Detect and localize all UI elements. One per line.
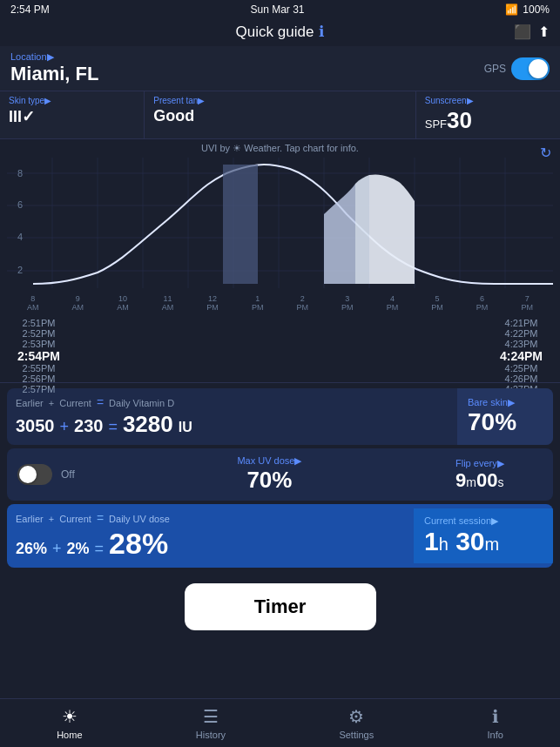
info-row: Skin type▶ III✓ Present tan▶ Good Sunscr… [0,91,560,139]
start-picker[interactable]: Start 2:51PM 2:52PM 2:53PM 2:54PM 2:55PM… [17,301,60,394]
info-tab-icon: ℹ [492,706,499,727]
svg-text:8: 8 [17,168,23,178]
vitamin-d-row1: Earlier + Current = Daily Vitamin D [16,395,449,409]
max-uv-label: Max UV dose▶ [92,455,447,467]
status-time: 2:54 PM [10,3,50,16]
svg-text:6: 6 [17,199,23,210]
uvd-earlier-label: Earlier [16,514,44,524]
flip-label: Flip every▶ [455,458,543,469]
vit-equals: = [97,395,104,409]
end-picker[interactable]: End 4:21PM 4:22PM 4:23PM 4:24PM 4:25PM 4… [500,301,543,394]
location-row: Location▶ Miami, FL GPS [0,46,560,91]
vit-current-label: Current [59,398,91,408]
uv-dose-row1: Earlier + Current = Daily UV dose [16,511,405,525]
vit-earlier-val: 3050 [16,416,55,436]
vit-total-val: 3280 [123,411,173,438]
flip-section[interactable]: Flip every▶ 9m00s [447,458,543,492]
bare-skin-val: 70% [468,408,516,436]
skin-type-cell[interactable]: Skin type▶ III✓ [0,91,145,138]
wifi-icon: 📶 [505,3,518,16]
session-val: 1h 30m [424,527,543,556]
max-uv-val: 70% [92,467,447,494]
location-info[interactable]: Location▶ Miami, FL [10,51,98,85]
vitamin-d-left: Earlier + Current = Daily Vitamin D 3050… [7,388,457,445]
header: Quick guide ℹ ⬛ ⬆ [0,19,560,46]
bare-skin-label: Bare skin▶ [468,397,515,408]
share-icon[interactable]: ⬆ [538,24,550,40]
svg-text:4: 4 [17,232,23,242]
session-label: Current session▶ [424,515,543,527]
tab-info[interactable]: ℹ Info [487,706,503,740]
uv-dose-row2: 26% + 2% = 28% [16,527,405,561]
vit-plus: + [49,398,54,408]
tab-settings[interactable]: ⚙ Settings [339,706,374,740]
uvd-current-val: 2% [67,540,90,558]
chart-label: UVI by ☀ Weather. Tap chart for info. [7,143,553,154]
vit-earlier-label: Earlier [16,398,44,408]
status-right: 📶 100% [505,3,550,16]
svg-rect-19 [223,165,258,284]
sunscreen-value: SPF30 [425,107,551,134]
tab-settings-label: Settings [339,730,374,740]
status-date: Sun Mar 31 [250,3,304,16]
tab-bar: ☀ Home ☰ History ⚙ Settings ℹ Info [0,698,560,747]
uv-dose-section: Earlier + Current = Daily UV dose 26% + … [7,504,553,568]
uvd-current-label: Current [59,514,91,524]
x-axis: 8AM 9AM 10AM 11AM 12PM 1PM 2PM 3PM 4PM 5… [7,294,553,312]
tab-home[interactable]: ☀ Home [57,706,82,740]
uv-dose-left: Earlier + Current = Daily UV dose 26% + … [7,504,414,568]
gps-label: GPS [484,63,506,75]
uvd-earlier-val: 26% [16,540,47,558]
vit-daily-label: Daily Vitamin D [109,398,174,408]
tab-info-label: Info [487,730,503,740]
vit-unit: IU [179,420,192,435]
location-label: Location▶ [10,51,98,63]
vitamin-d-section: Earlier + Current = Daily Vitamin D 3050… [7,388,553,445]
current-session-section[interactable]: Current session▶ 1h 30m [414,508,553,563]
gps-toggle-switch[interactable] [511,57,550,80]
settings-icon: ⚙ [348,706,364,727]
skin-type-value: III✓ [9,107,135,126]
header-icons: ⬛ ⬆ [514,24,550,40]
gps-toggle-group: GPS [484,57,550,80]
airplay-icon[interactable]: ⬛ [514,24,531,40]
header-title: Quick guide [236,24,314,41]
present-tan-cell[interactable]: Present tan▶ Good [145,91,416,138]
vit-current-val: 230 [74,416,103,436]
present-tan-label: Present tan▶ [153,96,407,105]
refresh-icon[interactable]: ↻ [540,145,551,161]
status-bar: 2:54 PM Sun Mar 31 📶 100% [0,0,560,19]
uvd-total-val: 28% [109,527,168,561]
max-uv-toggle[interactable] [17,464,52,485]
scroll-picker[interactable]: Start 2:51PM 2:52PM 2:53PM 2:54PM 2:55PM… [0,313,560,383]
sunscreen-cell[interactable]: Sunscreen▶ SPF30 [416,91,560,138]
battery-label: 100% [523,3,550,16]
flip-val: 9m00s [455,469,543,492]
uvd-daily-label: Daily UV dose [109,514,170,524]
end-times[interactable]: 4:21PM 4:22PM 4:23PM 4:24PM 4:25PM 4:26P… [500,318,543,394]
location-city: Miami, FL [10,63,98,85]
chart-svg[interactable]: 8 6 4 2 [7,158,553,293]
off-label: Off [61,468,75,481]
timer-button[interactable]: Timer [185,583,376,630]
uv-toggle-row: Off Max UV dose▶ 70% Flip every▶ 9m00s [7,448,553,501]
info-icon[interactable]: ℹ [319,23,324,41]
sunscreen-label: Sunscreen▶ [425,96,551,105]
history-icon: ☰ [203,706,219,727]
uvd-plus: + [49,514,54,524]
max-uv-section[interactable]: Max UV dose▶ 70% [92,455,447,494]
svg-text:2: 2 [17,265,23,275]
present-tan-value: Good [153,107,407,125]
start-times[interactable]: 2:51PM 2:52PM 2:53PM 2:54PM 2:55PM 2:56P… [17,318,60,394]
home-icon: ☀ [62,706,78,727]
bare-skin-section[interactable]: Bare skin▶ 70% [457,388,553,445]
skin-type-label: Skin type▶ [9,96,135,105]
tab-history-label: History [196,730,226,740]
timer-wrap: Timer [0,583,560,630]
vitamin-d-row2: 3050 + 230 = 3280 IU [16,411,449,438]
chart-container[interactable]: UVI by ☀ Weather. Tap chart for info. ↻ … [0,139,560,313]
tab-home-label: Home [57,730,82,740]
tab-history[interactable]: ☰ History [196,706,226,740]
